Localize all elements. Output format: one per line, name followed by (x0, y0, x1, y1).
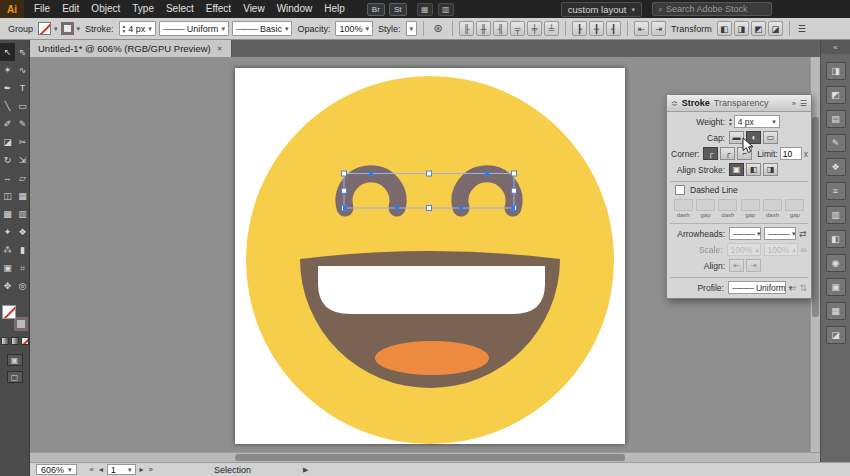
brush-definition-dropdown[interactable]: ——— Basic ▾ (232, 21, 293, 36)
shape-mode-exclude-icon[interactable]: ◪ (768, 21, 783, 36)
link-scale-icon[interactable]: ∞ (801, 245, 807, 255)
hand-tool[interactable]: ✥ (0, 277, 15, 295)
rotate-tool[interactable]: ↻ (0, 151, 15, 169)
brushes-panel-icon[interactable]: ✎ (826, 134, 846, 152)
anchor-point[interactable] (511, 206, 515, 210)
projecting-cap-button[interactable]: ▭ (763, 131, 778, 144)
align-bottom-icon[interactable]: ╧ (544, 21, 559, 36)
zoom-tool[interactable]: ◎ (15, 277, 30, 295)
scale-tool[interactable]: ⇲ (15, 151, 30, 169)
width-tool[interactable]: ↔ (0, 169, 15, 187)
menu-effect[interactable]: Effect (200, 0, 237, 18)
stroke-weight-combo[interactable]: ▴▾ 4 px ▾ (119, 21, 156, 36)
toolbar-stroke-swatch[interactable] (14, 317, 28, 331)
draw-mode-button[interactable]: ▣ (7, 354, 23, 366)
graphic-style-dropdown[interactable]: ▾ (406, 21, 418, 36)
artboard[interactable] (235, 68, 625, 444)
panel-cycle-icon[interactable]: ≎ (671, 99, 678, 108)
symbols-panel-icon[interactable]: ❖ (826, 158, 846, 176)
color-panel-icon[interactable]: ◨ (826, 62, 846, 80)
selection-handle[interactable] (342, 188, 347, 193)
transform-label[interactable]: Transform (671, 24, 712, 34)
zoom-level-combo[interactable]: 606% ▾ (36, 464, 77, 475)
fill-color-swatch[interactable] (38, 22, 51, 35)
search-input[interactable] (666, 4, 766, 14)
stock-search-box[interactable]: ⌕ (652, 2, 772, 16)
miter-join-button[interactable]: ┌ (703, 147, 718, 160)
color-button[interactable] (1, 337, 9, 345)
first-artboard-button[interactable]: « (89, 465, 95, 474)
align-v-center-icon[interactable]: ╪ (527, 21, 542, 36)
chevron-down-icon[interactable]: ▾ (54, 25, 58, 32)
align-top-icon[interactable]: ╤ (510, 21, 525, 36)
symbol-sprayer-tool[interactable]: ⁂ (0, 241, 15, 259)
dash-input[interactable] (785, 199, 804, 211)
toolbar-fill-swatch[interactable] (2, 305, 16, 319)
eyedropper-tool[interactable]: ✦ (0, 223, 15, 241)
artboard-number-input[interactable] (111, 465, 125, 475)
workspace-switcher-icon[interactable]: ▥ (438, 3, 454, 16)
shape-builder-tool[interactable]: ◫ (0, 187, 15, 205)
round-cap-button[interactable]: ◖ (746, 131, 761, 144)
flip-along-icon[interactable]: ⇌ (789, 283, 797, 293)
distribute-h-space-icon[interactable]: ⇤ (634, 21, 649, 36)
smiley-teeth[interactable] (318, 266, 545, 314)
panel-menu-icon[interactable]: ☰ (800, 99, 807, 108)
gradient-tool[interactable]: ▥ (15, 205, 30, 223)
horizontal-scrollbar[interactable] (30, 452, 820, 462)
dash-input[interactable] (674, 199, 693, 211)
menu-help[interactable]: Help (318, 0, 351, 18)
align-h-center-icon[interactable]: ╫ (476, 21, 491, 36)
selection-tool[interactable]: ↖ (0, 43, 15, 61)
align-stroke-outside-button[interactable]: ◨ (763, 163, 778, 176)
flip-across-icon[interactable]: ⇅ (799, 283, 807, 293)
place-arrow-at-end-button[interactable]: ⇥ (746, 259, 761, 272)
anchor-point[interactable] (485, 172, 489, 176)
align-stroke-inside-button[interactable]: ◧ (746, 163, 761, 176)
scissors-tool[interactable]: ✂ (15, 133, 30, 151)
chevron-down-icon[interactable]: ▾ (77, 25, 81, 32)
smiley-tongue[interactable] (375, 341, 489, 375)
transparency-panel-icon[interactable]: ◧ (826, 230, 846, 248)
tab-stroke[interactable]: Stroke (682, 98, 710, 108)
anchor-point[interactable] (459, 206, 463, 210)
width-profile-dropdown[interactable]: ——— Uniform ▾ (159, 21, 229, 36)
arrange-documents-icon[interactable]: ▦ (417, 3, 433, 16)
dash-input[interactable] (741, 199, 760, 211)
distribute-top-icon[interactable]: ┠ (572, 21, 587, 36)
menu-select[interactable]: Select (160, 0, 200, 18)
paintbrush-tool[interactable]: ✐ (0, 115, 15, 133)
opacity-combo[interactable]: 100% ▾ (335, 21, 373, 36)
color-guide-panel-icon[interactable]: ◩ (826, 86, 846, 104)
blend-tool[interactable]: ❖ (15, 223, 30, 241)
selection-handle[interactable] (427, 171, 432, 176)
close-icon[interactable]: ✕ (217, 45, 223, 53)
screen-mode-button[interactable]: ▢ (7, 371, 23, 383)
gradient-panel-icon[interactable]: ▥ (826, 206, 846, 224)
menu-file[interactable]: File (28, 0, 56, 18)
control-panel-menu-icon[interactable]: ☰ (798, 24, 806, 34)
selection-handle[interactable] (512, 188, 517, 193)
column-graph-tool[interactable]: ▮ (15, 241, 30, 259)
arrowhead-scale-end[interactable]: 100% ▴ (764, 243, 798, 256)
round-join-button[interactable]: ╭ (720, 147, 735, 160)
free-transform-tool[interactable]: ▱ (15, 169, 30, 187)
gradient-button[interactable] (11, 337, 19, 345)
weight-select[interactable]: 4 px ▾ (734, 115, 780, 128)
graphic-styles-panel-icon[interactable]: ▣ (826, 278, 846, 296)
selection-handle[interactable] (342, 171, 347, 176)
selection-handle[interactable] (512, 171, 517, 176)
align-right-icon[interactable]: ╢ (493, 21, 508, 36)
workspace-layout-dropdown[interactable]: custom layout ▾ (561, 2, 642, 17)
eraser-tool[interactable]: ◪ (0, 133, 15, 151)
selection-handle[interactable] (427, 206, 432, 211)
menu-object[interactable]: Object (85, 0, 126, 18)
rectangle-tool[interactable]: ▭ (15, 97, 30, 115)
pen-tool[interactable]: ✒ (0, 79, 15, 97)
menu-type[interactable]: Type (126, 0, 160, 18)
arrowhead-start-select[interactable]: ——— ▾ (729, 227, 761, 240)
stroke-weight-stepper[interactable]: ▴▾ (123, 24, 126, 33)
type-tool[interactable]: T (15, 79, 30, 97)
magic-wand-tool[interactable]: ✶ (0, 61, 15, 79)
shape-mode-intersect-icon[interactable]: ◩ (751, 21, 766, 36)
